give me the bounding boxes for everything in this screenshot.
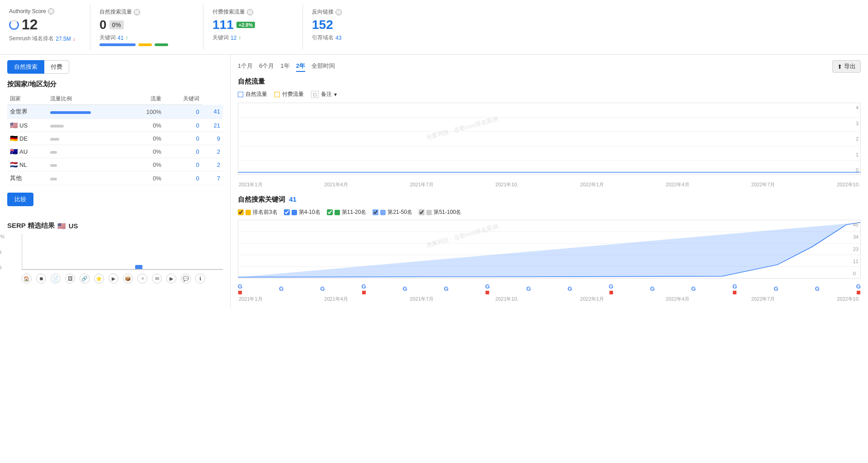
kw-y-label: 23 bbox=[853, 246, 859, 252]
serp-icon-item[interactable]: 💬 bbox=[181, 274, 191, 283]
serp-icon-item[interactable]: ℹ bbox=[195, 274, 205, 283]
serp-y-label: 8% bbox=[0, 249, 5, 255]
paid-traffic-label: 付费搜索流量 ⓘ bbox=[212, 8, 293, 16]
serp-icon-item[interactable]: 📄 bbox=[51, 274, 61, 283]
keywords-x-labels: 2021年1月2021年4月2021年7月2021年10.2022年1月2022… bbox=[238, 296, 861, 302]
country-name: 🇳🇱NL bbox=[7, 158, 47, 171]
serp-y-label: 0% bbox=[0, 265, 5, 270]
serp-icon: 💬 bbox=[181, 274, 191, 283]
authority-score-value: 12 bbox=[9, 16, 81, 33]
google-icon: G bbox=[526, 285, 531, 292]
y-label: 4 bbox=[856, 105, 859, 110]
google-icon: G bbox=[320, 285, 325, 292]
authority-score-metric: Authority Score ⓘ 12 Semrush 域名排名 27.5M … bbox=[0, 5, 90, 50]
kw-legend-checkbox[interactable] bbox=[238, 209, 244, 215]
time-range-btn[interactable]: 全部时间 bbox=[311, 61, 335, 72]
traffic-progress-bar bbox=[99, 43, 194, 46]
kw-y-label: 34 bbox=[853, 234, 859, 240]
serp-icon-item[interactable]: ⭐ bbox=[94, 274, 104, 283]
x-label: 2021年10. bbox=[495, 181, 519, 188]
table-row: 🇩🇪DE 0% 0 9 bbox=[7, 132, 223, 145]
country-keywords: 9 bbox=[202, 132, 223, 145]
kw-legend-checkbox[interactable] bbox=[327, 209, 333, 215]
table-row: 其他 0% 0 7 bbox=[7, 171, 223, 185]
country-traffic: 0 bbox=[164, 158, 202, 171]
red-square-icon bbox=[733, 291, 736, 294]
kw-legend-item: 第21-50名 bbox=[373, 208, 412, 216]
kw-legend-label: 第21-50名 bbox=[387, 208, 412, 216]
serp-icon-item[interactable]: ✉ bbox=[152, 274, 162, 283]
organic-traffic-info-icon[interactable]: ⓘ bbox=[134, 9, 140, 15]
paid-traffic-value: 111 +2.8% bbox=[212, 18, 293, 32]
x-label: 2022年10. bbox=[837, 181, 860, 188]
country-keywords: 41 bbox=[202, 105, 223, 119]
kw-legend-checkbox[interactable] bbox=[373, 209, 378, 215]
serp-icon: ▶ bbox=[108, 274, 118, 283]
keywords-section-title: 自然搜索关键词 41 bbox=[238, 195, 861, 204]
red-square-icon bbox=[857, 291, 860, 294]
legend-notes[interactable]: □ 备注 ▾ bbox=[311, 90, 337, 98]
export-button[interactable]: ⬆ 导出 bbox=[832, 60, 861, 73]
main-content: 自然搜索 付费 按国家/地区划分 国家 流量比例 流量 关键词 全世界 100%… bbox=[0, 55, 868, 308]
time-range-btn[interactable]: 6个月 bbox=[259, 61, 274, 72]
serp-icon-item[interactable]: ▶ bbox=[166, 274, 176, 283]
serp-icon-item[interactable]: 🏠 bbox=[22, 274, 32, 283]
serp-icon-item[interactable]: 🔗 bbox=[80, 274, 90, 283]
g-icons-row: G GG G GG G GG G GG G GG G bbox=[238, 283, 861, 294]
country-traffic: 0 bbox=[164, 132, 202, 145]
g-icon-wrapper: G bbox=[609, 283, 613, 294]
serp-icon-item[interactable]: ▶ bbox=[108, 274, 118, 283]
backlinks-info-icon[interactable]: ⓘ bbox=[335, 9, 342, 15]
country-section-title: 按国家/地区划分 bbox=[7, 80, 223, 89]
serp-icon-item[interactable]: ✧ bbox=[137, 274, 147, 283]
legend-paid: 付费流量 bbox=[274, 90, 304, 98]
x-label: 2021年7月 bbox=[410, 181, 434, 188]
x-label: 2021年4月 bbox=[324, 181, 348, 188]
organic-keywords-sub: 关键词 41 ↑ bbox=[99, 34, 194, 42]
col-keywords: 关键词 bbox=[164, 93, 202, 105]
g-icon-wrapper: G bbox=[362, 283, 366, 294]
traffic-x-labels: 2021年1月2021年4月2021年7月2021年10.2022年1月2022… bbox=[238, 181, 861, 188]
keywords-chart-area: 光算科技 - 谷歌seo排名案例 453423110 bbox=[238, 220, 861, 279]
time-range-btn[interactable]: 2年 bbox=[296, 61, 305, 72]
country-keywords: 2 bbox=[202, 145, 223, 158]
kw-legend-checkbox[interactable] bbox=[419, 209, 425, 215]
tab-paid[interactable]: 付费 bbox=[44, 60, 69, 74]
serp-icon: 🖼 bbox=[65, 274, 75, 283]
kw-legend-color bbox=[426, 210, 432, 215]
serp-icon-item[interactable]: 📦 bbox=[123, 274, 133, 283]
col-country: 国家 bbox=[7, 93, 47, 105]
table-row: 全世界 100% 0 41 bbox=[7, 105, 223, 119]
g-icon-wrapper: G bbox=[568, 285, 572, 292]
country-name: 🇩🇪DE bbox=[7, 132, 47, 145]
kw-legend-color bbox=[335, 210, 340, 215]
tab-organic[interactable]: 自然搜索 bbox=[7, 60, 44, 74]
kw-legend-checkbox[interactable] bbox=[284, 209, 290, 215]
country-name: 🇦🇺AU bbox=[7, 145, 47, 158]
time-range-buttons: 1个月6个月1年2年全部时间 bbox=[238, 61, 335, 72]
compare-button[interactable]: 比较 bbox=[7, 193, 33, 206]
keywords-y-labels: 453423110 bbox=[853, 220, 859, 278]
serp-icon-item[interactable]: ⏺ bbox=[36, 274, 46, 283]
kw-legend-label: 排名前3名 bbox=[253, 208, 278, 216]
table-row: 🇳🇱NL 0% 0 2 bbox=[7, 158, 223, 171]
red-square-icon bbox=[486, 291, 489, 294]
time-range-btn[interactable]: 1个月 bbox=[238, 61, 253, 72]
google-icon: G bbox=[279, 285, 283, 292]
serp-icon: 📄 bbox=[51, 274, 61, 283]
serp-chart-wrapper: 16%8%0% bbox=[7, 234, 223, 270]
serp-icon-item[interactable]: 🖼 bbox=[65, 274, 75, 283]
y-label: 1 bbox=[856, 152, 859, 157]
google-icon: G bbox=[485, 283, 490, 290]
kw-legend-label: 第11-20名 bbox=[342, 208, 367, 216]
g-icon-wrapper: G bbox=[279, 285, 283, 292]
serp-icon: ⭐ bbox=[94, 274, 104, 283]
kw-x-label: 2022年1月 bbox=[580, 296, 604, 302]
organic-traffic-label: 自然搜索流量 ⓘ bbox=[99, 8, 194, 16]
paid-traffic-info-icon[interactable]: ⓘ bbox=[247, 9, 253, 15]
country-bar-pct bbox=[47, 105, 128, 119]
keywords-legend-row: 排名前3名 第4-10名 第11-20名 第21-50名 第51-100名 bbox=[238, 208, 861, 216]
time-range-btn[interactable]: 1年 bbox=[280, 61, 289, 72]
export-icon: ⬆ bbox=[837, 63, 842, 70]
authority-score-info-icon[interactable]: ⓘ bbox=[48, 8, 54, 14]
